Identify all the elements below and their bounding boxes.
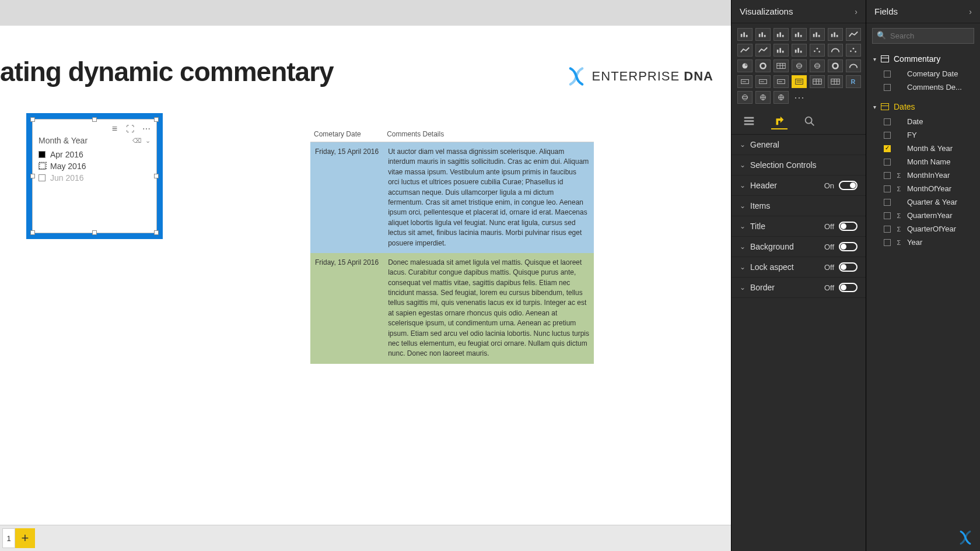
viz-clustered-column-icon[interactable] — [792, 28, 807, 41]
format-section-lock-aspect[interactable]: ⌄Lock aspectOff — [732, 257, 866, 278]
viz-funnel-icon[interactable] — [828, 59, 843, 72]
viz-treemap-icon[interactable] — [774, 59, 789, 72]
resize-handle[interactable] — [154, 230, 159, 235]
viz-scatter-icon[interactable] — [846, 44, 861, 57]
format-section-background[interactable]: ⌄BackgroundOff — [732, 237, 866, 257]
checkbox-icon[interactable] — [38, 174, 46, 181]
visualizations-header[interactable]: Visualizations › — [732, 0, 866, 23]
field-date[interactable]: Date — [866, 115, 980, 128]
col-header-date[interactable]: Cometary Date — [310, 128, 383, 142]
checkbox-icon[interactable] — [884, 199, 891, 206]
resize-handle[interactable] — [30, 117, 35, 122]
checkbox-icon[interactable] — [884, 226, 891, 233]
chevron-down-icon[interactable]: ⌄ — [145, 137, 150, 145]
viz-stacked-bar-icon[interactable] — [737, 28, 752, 41]
field-quarter-year[interactable]: Quarter & Year — [866, 195, 980, 209]
viz-area-icon[interactable] — [737, 44, 752, 57]
field-month-name[interactable]: Month Name — [866, 155, 980, 169]
toggle-switch[interactable] — [839, 283, 858, 292]
viz-filled-map-icon[interactable] — [810, 59, 825, 72]
checkbox-icon[interactable] — [884, 172, 891, 179]
viz-clustered-bar-icon[interactable] — [755, 28, 771, 41]
slicer-item[interactable]: May 2016 — [38, 160, 150, 172]
viz-ellipsis-icon[interactable]: ⋯ — [792, 91, 807, 104]
viz-donut-icon[interactable] — [755, 59, 771, 72]
viz-stacked-area-icon[interactable] — [755, 44, 771, 57]
field-quarterofyear[interactable]: ΣQuarterOfYear — [866, 222, 980, 236]
viz-100-bar-icon[interactable] — [810, 28, 825, 41]
resize-handle[interactable] — [92, 117, 97, 122]
resize-handle[interactable] — [30, 230, 35, 235]
format-section-title[interactable]: ⌄TitleOff — [732, 216, 866, 237]
slicer-mode-icon[interactable]: ≡ — [107, 123, 120, 135]
checkbox-icon[interactable] — [884, 118, 891, 125]
toggle-switch[interactable] — [839, 242, 858, 251]
format-section-general[interactable]: ⌄General — [732, 135, 866, 155]
focus-mode-icon[interactable]: ⛶ — [124, 123, 136, 135]
comments-table-visual[interactable]: Cometary Date Comments Details Friday, 1… — [310, 128, 594, 364]
search-input[interactable] — [872, 28, 974, 44]
table-dates[interactable]: ▾Dates — [866, 99, 980, 115]
fields-header[interactable]: Fields › — [866, 0, 980, 23]
checkbox-icon[interactable] — [38, 163, 46, 170]
viz-line-bar-icon[interactable] — [774, 44, 789, 57]
format-section-selection-controls[interactable]: ⌄Selection Controls — [732, 155, 866, 176]
format-section-items[interactable]: ⌄Items — [732, 196, 866, 216]
field-fy[interactable]: FY — [866, 128, 980, 142]
col-header-details[interactable]: Comments Details — [383, 128, 594, 142]
checkbox-icon[interactable] — [884, 145, 891, 152]
viz-matrix-icon[interactable] — [828, 75, 843, 88]
viz-r-visual-icon[interactable]: R — [846, 75, 861, 88]
checkbox-icon[interactable] — [884, 84, 891, 91]
field-year[interactable]: ΣYear — [866, 236, 980, 249]
toggle-switch[interactable] — [839, 222, 858, 231]
viz-arcgis-icon[interactable] — [737, 91, 752, 104]
format-section-border[interactable]: ⌄BorderOff — [732, 278, 866, 298]
viz-line-column-icon[interactable] — [792, 44, 807, 57]
viz-kpi-icon[interactable] — [774, 75, 789, 88]
slicer-visual-selected[interactable]: ≡ ⛶ ⋯ Month & Year ⌫⌄ Apr 2016May 2016Ju… — [26, 113, 163, 239]
viz-multi-card-icon[interactable] — [755, 75, 771, 88]
field-monthofyear[interactable]: ΣMonthOfYear — [866, 182, 980, 195]
resize-handle[interactable] — [30, 174, 35, 178]
field-comments-de-[interactable]: Comments De... — [866, 80, 980, 94]
viz-globe-icon[interactable] — [774, 91, 789, 104]
add-page-button[interactable]: + — [15, 528, 35, 548]
field-monthinyear[interactable]: ΣMonthInYear — [866, 169, 980, 182]
checkbox-icon[interactable] — [884, 239, 891, 246]
field-quarternyear[interactable]: ΣQuarternYear — [866, 209, 980, 222]
table-row[interactable]: Friday, 15 April 2016Donec malesuada sit… — [310, 253, 594, 364]
viz-stacked-column-icon[interactable] — [774, 28, 789, 41]
field-month-year[interactable]: Month & Year — [866, 142, 980, 155]
viz-table-icon[interactable] — [810, 75, 825, 88]
field-cometary-date[interactable]: Cometary Date — [866, 67, 980, 80]
table-commentary[interactable]: ▾Commentary — [866, 51, 980, 67]
resize-handle[interactable] — [154, 174, 159, 178]
checkbox-icon[interactable] — [38, 151, 46, 158]
resize-handle[interactable] — [92, 230, 97, 235]
format-tab[interactable] — [771, 113, 788, 129]
viz-card-icon[interactable] — [737, 75, 752, 88]
page-tab[interactable]: 1 — [2, 528, 15, 548]
toggle-switch[interactable] — [839, 262, 858, 272]
viz-python-icon[interactable] — [755, 91, 771, 104]
viz-line-icon[interactable] — [846, 28, 861, 41]
slicer-item[interactable]: Jun 2016 — [38, 172, 150, 184]
checkbox-icon[interactable] — [884, 212, 891, 219]
resize-handle[interactable] — [154, 117, 159, 122]
more-options-icon[interactable]: ⋯ — [140, 123, 153, 135]
slicer-header[interactable]: Month & Year ⌫⌄ — [38, 136, 150, 145]
table-row[interactable]: Friday, 15 April 2016Ut auctor diam vel … — [310, 142, 594, 253]
chevron-right-icon[interactable]: › — [855, 7, 858, 16]
viz-gauge-icon[interactable] — [846, 59, 861, 72]
viz-slicer-icon[interactable] — [792, 75, 807, 88]
fields-well-tab[interactable] — [741, 113, 757, 129]
slicer-visual[interactable]: ≡ ⛶ ⋯ Month & Year ⌫⌄ Apr 2016May 2016Ju… — [32, 119, 157, 233]
report-canvas[interactable]: ating dynamic commentary ENTERPRISE DNA … — [0, 26, 731, 525]
eraser-icon[interactable]: ⌫ — [132, 137, 142, 145]
checkbox-icon[interactable] — [884, 132, 891, 139]
chevron-right-icon[interactable]: › — [969, 7, 972, 16]
viz-100-column-icon[interactable] — [828, 28, 843, 41]
checkbox-icon[interactable] — [884, 185, 891, 192]
viz-ribbon-icon[interactable] — [810, 44, 825, 57]
